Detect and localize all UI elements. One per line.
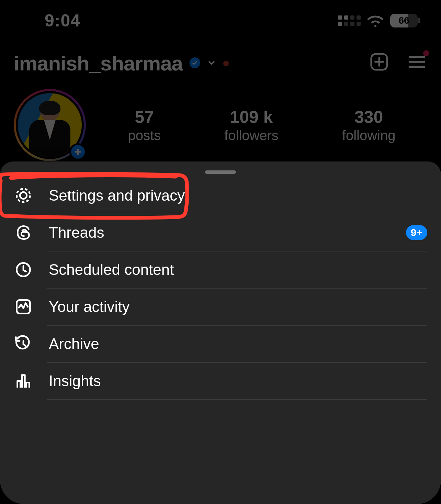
battery-percent: 66 (390, 14, 418, 27)
profile-stats-row: + 57 posts 109 k followers 330 following (0, 75, 441, 161)
threads-badge: 9+ (406, 225, 427, 240)
add-story-button[interactable]: + (69, 143, 87, 160)
followers-count: 109 k (224, 107, 279, 127)
username: imanish_sharmaa (14, 52, 183, 75)
posts-label: posts (128, 128, 161, 143)
status-time: 9:04 (45, 11, 80, 31)
menu-label: Archive (49, 335, 427, 352)
sheet-grabber[interactable] (205, 170, 236, 174)
menu-item-settings[interactable]: Settings and privacy (14, 177, 427, 214)
following-label: following (342, 128, 396, 143)
menu-label: Settings and privacy (49, 187, 427, 204)
menu-item-scheduled[interactable]: Scheduled content (14, 251, 427, 288)
chevron-down-icon (207, 58, 216, 69)
menu-item-activity[interactable]: Your activity (14, 289, 427, 325)
verified-badge-icon (188, 56, 201, 71)
archive-icon (14, 334, 33, 354)
svg-point-2 (20, 192, 27, 199)
insights-icon (14, 371, 33, 391)
followers-stat[interactable]: 109 k followers (224, 107, 279, 143)
menu-label: Your activity (49, 298, 427, 315)
menu-item-insights[interactable]: Insights (14, 363, 427, 399)
notification-dot-icon (223, 61, 229, 66)
options-sheet: Settings and privacy Threads 9+ Schedule… (0, 161, 441, 504)
activity-icon (14, 297, 33, 316)
plus-icon: + (75, 145, 81, 159)
avatar[interactable]: + (14, 89, 86, 161)
wifi-icon (367, 14, 384, 27)
profile-header: imanish_sharmaa (0, 41, 441, 75)
status-bar: 9:04 66 (0, 0, 441, 41)
svg-point-1 (17, 189, 30, 202)
menu-label: Insights (49, 372, 427, 390)
posts-stat[interactable]: 57 posts (128, 107, 161, 143)
menu-button[interactable] (407, 52, 427, 72)
screen: 9:04 66 imanish_sharmaa (0, 0, 441, 504)
followers-label: followers (224, 128, 279, 143)
battery-indicator: 66 (390, 14, 420, 27)
username-switcher[interactable]: imanish_sharmaa (14, 52, 427, 75)
menu-item-threads[interactable]: Threads 9+ (14, 214, 427, 251)
options-menu: Settings and privacy Threads 9+ Schedule… (0, 177, 441, 400)
following-count: 330 (342, 107, 396, 127)
clock-icon (14, 260, 33, 279)
following-stat[interactable]: 330 following (342, 107, 396, 143)
menu-label: Threads (49, 224, 390, 241)
threads-icon (14, 223, 33, 242)
status-indicators: 66 (338, 14, 420, 27)
menu-label: Scheduled content (49, 261, 427, 278)
posts-count: 57 (128, 107, 161, 127)
create-button[interactable] (369, 52, 389, 72)
menu-item-archive[interactable]: Archive (14, 326, 427, 362)
gear-icon (14, 186, 33, 205)
notification-dot-icon (423, 50, 429, 56)
dual-sim-signal-icon (338, 15, 361, 26)
